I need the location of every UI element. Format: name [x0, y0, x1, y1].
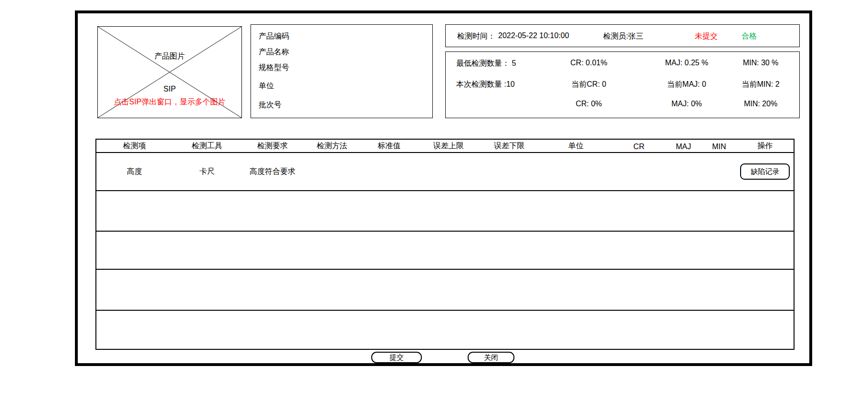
cell-action: 缺陷记录	[736, 163, 794, 180]
table-row-empty	[96, 231, 794, 269]
maj-rate: MAJ: 0%	[644, 100, 730, 108]
col-header-tool: 检测工具	[173, 141, 242, 152]
cr-limit: CR: 0.01%	[546, 59, 632, 67]
table-header-row: 检测项 检测工具 检测要求 检测方法 标准值 误差上限 误差下限 单位 CR M…	[96, 140, 794, 153]
current-cr: 当前CR: 0	[546, 80, 632, 90]
result-status-badge: 合格	[742, 31, 757, 41]
product-image-label: 产品图片	[98, 51, 241, 61]
col-header-requirement: 检测要求	[241, 141, 303, 152]
col-header-upper-limit: 误差上限	[418, 141, 480, 152]
product-code-label: 产品编码	[259, 31, 289, 41]
col-header-unit: 单位	[539, 141, 613, 152]
table-row-empty	[96, 310, 794, 349]
product-info-panel: 产品编码 产品名称 规格型号 单位 批次号	[251, 24, 433, 118]
submit-status-badge: 未提交	[695, 31, 718, 41]
product-unit-label: 单位	[259, 81, 274, 91]
col-header-min: MIN	[702, 143, 737, 152]
min-inspect-qty: 最低检测数量： 5	[456, 59, 516, 69]
inspector-label: 检测员:张三	[603, 31, 643, 41]
current-maj: 当前MAJ: 0	[644, 80, 730, 90]
metrics-panel: 最低检测数量： 5 CR: 0.01% MAJ: 0.25 % MIN: 30 …	[445, 51, 800, 118]
table-row: 高度 卡尺 高度符合要求 缺陷记录	[96, 153, 794, 190]
inspection-time-label: 检测时间：	[457, 31, 495, 41]
main-window: 产品图片 SIP 点击SIP弹出窗口，显示多个图片 产品编码 产品名称 规格型号…	[75, 10, 812, 366]
table-row-empty	[96, 190, 794, 231]
product-name-label: 产品名称	[259, 47, 289, 57]
cell-tool: 卡尺	[173, 167, 242, 177]
cell-item: 高度	[96, 167, 173, 177]
min-limit: MIN: 30 %	[722, 59, 799, 67]
inspection-time-value: 2022-05-22 10:10:00	[498, 31, 569, 40]
close-button[interactable]: 关闭	[468, 352, 514, 363]
product-batch-label: 批次号	[259, 100, 282, 110]
table-row-empty	[96, 269, 794, 310]
col-header-maj: MAJ	[665, 143, 702, 152]
product-image-placeholder[interactable]: 产品图片 SIP 点击SIP弹出窗口，显示多个图片	[97, 26, 242, 118]
col-header-action: 操作	[736, 141, 794, 152]
current-min: 当前MIN: 2	[722, 80, 799, 90]
submit-button[interactable]: 提交	[371, 352, 422, 363]
col-header-method: 检测方法	[303, 141, 361, 152]
col-header-standard: 标准值	[360, 141, 418, 152]
sip-note-text: 点击SIP弹出窗口，显示多个图片	[98, 97, 241, 107]
cr-rate: CR: 0%	[546, 100, 632, 108]
inspection-table: 检测项 检测工具 检测要求 检测方法 标准值 误差上限 误差下限 单位 CR M…	[95, 139, 795, 350]
col-header-item: 检测项	[96, 141, 173, 152]
cell-requirement: 高度符合要求	[241, 167, 303, 177]
col-header-cr: CR	[613, 143, 665, 152]
inspection-header-panel: 检测时间： 2022-05-22 10:10:00 检测员:张三 未提交 合格	[445, 24, 800, 47]
maj-limit: MAJ: 0.25 %	[644, 59, 730, 67]
sip-link[interactable]: SIP	[98, 85, 241, 93]
min-rate: MIN: 20%	[722, 100, 799, 108]
col-header-lower-limit: 误差下限	[480, 141, 539, 152]
current-inspect-qty: 本次检测数量 :10	[456, 80, 515, 90]
defect-record-button[interactable]: 缺陷记录	[740, 163, 790, 180]
product-spec-label: 规格型号	[259, 63, 289, 73]
